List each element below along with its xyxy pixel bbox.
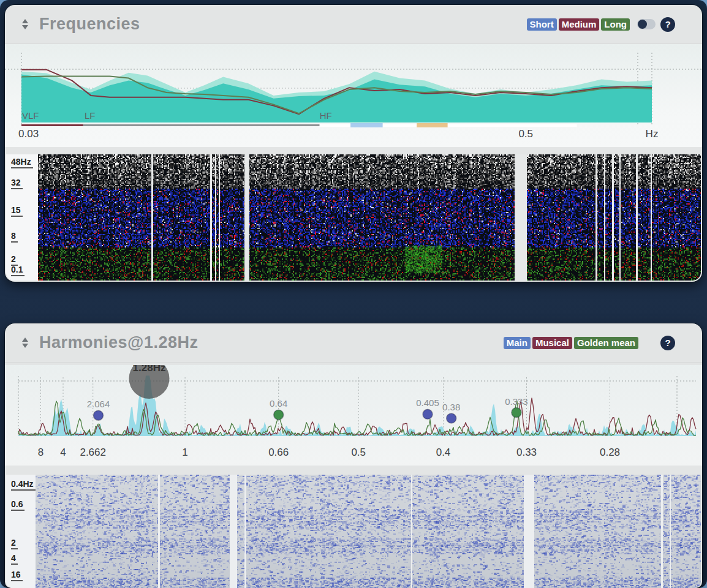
y-label: 8	[11, 232, 18, 243]
help-button[interactable]: ?	[660, 17, 675, 32]
collapse-panel-icon[interactable]	[20, 17, 31, 32]
frequencies-panel: Frequencies Short Medium Long ? VLFLFHF0…	[5, 5, 702, 282]
y-label: 2	[11, 538, 18, 549]
band-label: LF	[85, 110, 96, 121]
legend-short[interactable]: Short	[527, 18, 557, 31]
frequencies-chart-svg[interactable]: VLFLFHF0.030.5Hz	[5, 44, 702, 147]
x-tick-label: 0.33	[516, 447, 537, 458]
chevron-up-icon	[22, 337, 28, 342]
spectrogram-y-axis: 48Hz 32 15 8 2 0.1	[6, 154, 38, 281]
harmonic-marker-label: 0.64	[270, 398, 287, 409]
harmonic-marker-label: 2.064	[87, 399, 110, 409]
x-tick-label: 0.5	[351, 447, 366, 458]
frequencies-legend: Short Medium Long	[527, 18, 630, 31]
chevron-down-icon	[22, 25, 28, 29]
chevron-up-icon	[22, 19, 28, 23]
band-label: VLF	[22, 110, 39, 121]
x-tick-label: 0.4	[436, 447, 451, 458]
x-tick-label: 0.66	[268, 447, 289, 458]
harmonic-marker-main[interactable]	[423, 409, 433, 419]
legend-musical[interactable]: Musical	[532, 337, 572, 349]
display-toggle[interactable]	[637, 19, 656, 29]
harmonic-marker-golden[interactable]	[274, 410, 284, 420]
harmonic-marker-label: 0.38	[442, 402, 460, 412]
panel-title: Frequencies	[39, 15, 140, 34]
frequencies-spectrogram-canvas[interactable]	[38, 154, 701, 281]
chevron-down-icon	[22, 344, 28, 348]
band-bar	[83, 124, 320, 126]
spectrum-area-main-spectrum	[18, 375, 696, 436]
frequencies-chart[interactable]: VLFLFHF0.030.5Hz	[5, 44, 702, 147]
harmonies-spectrogram[interactable]: 0.4Hz 0.6 2 4 16	[6, 475, 701, 588]
x-tick-label: Hz	[646, 128, 659, 140]
y-label: 0.1	[11, 265, 25, 276]
band-bar	[21, 124, 83, 126]
x-tick-label: 2.662	[80, 447, 106, 458]
x-tick-label: 0.5	[518, 128, 533, 140]
spectrum-line-musical	[18, 398, 696, 435]
legend-golden-mean[interactable]: Golden mean	[574, 337, 638, 349]
harmonic-marker-label: 0.405	[416, 398, 439, 408]
harmonic-marker-main[interactable]	[447, 413, 456, 423]
harmonies-legend: Main Musical Golden mean	[504, 337, 638, 349]
harmonic-marker-label: 0.333	[505, 396, 528, 407]
band-bar	[350, 123, 383, 127]
y-label: 15	[11, 206, 23, 217]
toggle-knob-icon	[638, 20, 647, 29]
app-background: Frequencies Short Medium Long ? VLFLFHF0…	[0, 0, 707, 588]
frequencies-spectrogram[interactable]: 48Hz 32 15 8 2 0.1	[6, 154, 701, 281]
harmonies-chart[interactable]: 1.28Hz2.0640.640.4050.380.333842.66210.6…	[5, 365, 702, 466]
band-bar	[417, 123, 447, 127]
harmonies-spectrogram-canvas[interactable]	[36, 475, 701, 588]
x-tick-label: 4	[60, 447, 66, 458]
x-tick-label: 1	[182, 447, 187, 458]
panel-title: Harmonies@1.28Hz	[39, 333, 198, 352]
y-label: 0.6	[11, 500, 25, 511]
y-label: 32	[11, 178, 23, 189]
harmonies-panel: Harmonies@1.28Hz Main Musical Golden mea…	[5, 323, 702, 588]
band-label: HF	[320, 110, 332, 121]
spectrogram-y-axis: 0.4Hz 0.6 2 4 16	[6, 475, 36, 588]
help-button[interactable]: ?	[660, 336, 675, 350]
x-tick-label: 0.03	[18, 128, 39, 140]
collapse-panel-icon[interactable]	[20, 335, 31, 350]
selected-frequency-label: 1.28Hz	[133, 365, 166, 374]
y-label: 0.4Hz	[11, 480, 36, 491]
legend-long[interactable]: Long	[601, 18, 630, 31]
frequencies-header: Frequencies Short Medium Long ?	[5, 5, 702, 44]
harmonies-header: Harmonies@1.28Hz Main Musical Golden mea…	[5, 323, 702, 363]
legend-main[interactable]: Main	[504, 337, 531, 349]
legend-medium[interactable]: Medium	[559, 18, 600, 31]
harmonies-chart-svg[interactable]: 1.28Hz2.0640.640.4050.380.333842.66210.6…	[5, 365, 702, 466]
y-label: 16	[11, 570, 23, 581]
x-tick-label: 8	[38, 447, 43, 458]
harmonic-marker-golden[interactable]	[512, 408, 521, 418]
harmonic-marker-main[interactable]	[94, 410, 104, 420]
x-tick-label: 0.28	[600, 447, 620, 458]
y-label: 4	[11, 554, 18, 565]
y-label: 48Hz	[11, 157, 33, 168]
